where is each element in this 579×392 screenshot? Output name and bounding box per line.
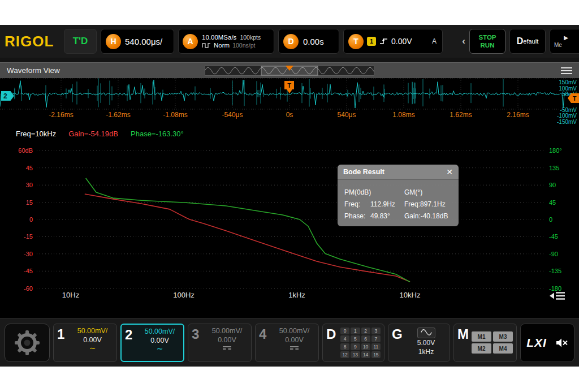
waveform-menu-icon[interactable] xyxy=(561,67,572,76)
channel4-tile[interactable]: 4 50.00mV/ 0.00V xyxy=(255,324,319,362)
channel1-scale: 50.00mV/ xyxy=(77,326,108,335)
pm-freq-label: Freq: xyxy=(344,200,370,208)
nav-prev-chevron[interactable]: ‹ xyxy=(462,36,465,47)
collapse-panel-icon[interactable] xyxy=(550,291,565,301)
channel3-scale: 50.00mV/ xyxy=(212,326,243,335)
horizontal-position-indicator[interactable] xyxy=(205,66,374,76)
freq-axis-label: 10Hz xyxy=(62,291,79,299)
gain-axis-label: 45 xyxy=(7,165,33,171)
gain-axis-label: 60dB xyxy=(7,147,33,154)
dc-coupling-icon xyxy=(223,346,231,351)
horizontal-timebase-button[interactable]: H 540.00μs/ xyxy=(101,29,174,54)
digital-bit: 15 xyxy=(371,351,381,358)
math-tile[interactable]: M M1 M3 M2 M4 xyxy=(453,324,517,362)
square-wave-icon xyxy=(202,42,211,49)
channel3-tile[interactable]: 3 50.00mV/ 0.00V xyxy=(188,324,252,362)
gain-axis-label: -30 xyxy=(7,251,33,257)
phase-axis-label: 90 xyxy=(549,182,556,188)
bode-result-popup[interactable]: Bode Result ✕ PM(0dB) GM(°) Freq:112.9Hz… xyxy=(338,165,459,226)
bode-result-titlebar[interactable]: Bode Result ✕ xyxy=(338,165,459,180)
generator-frequency: 1kHz xyxy=(418,347,434,356)
pm-phase-value: 49.83° xyxy=(370,212,390,220)
digital-bit: 11 xyxy=(371,343,381,350)
digital-bit: 0 xyxy=(340,328,349,334)
pm-freq-value: 112.9Hz xyxy=(370,200,395,208)
digital-label: D xyxy=(326,326,338,359)
rising-edge-icon xyxy=(379,37,388,45)
math1-button[interactable]: M1 xyxy=(472,331,491,342)
digital-bit: 10 xyxy=(361,343,370,350)
math-label: M xyxy=(457,326,469,359)
ac-coupling-icon: ∼ xyxy=(157,345,163,352)
digital-channels-tile[interactable]: D 0 1 2 3 4 5 6 7 8 9 10 11 12 13 14 15 xyxy=(322,324,384,362)
delay-button[interactable]: D 0.00s xyxy=(278,29,339,54)
channel1-tile[interactable]: 1 50.00mV/ 0.00V ∼ xyxy=(53,324,117,362)
close-icon[interactable]: ✕ xyxy=(446,167,453,176)
trigger-status-badge: T'D xyxy=(64,29,97,54)
digital-bit: 7 xyxy=(371,335,381,342)
generator-label: G xyxy=(392,326,403,359)
default-rest: efault xyxy=(523,38,538,45)
delay-icon: D xyxy=(283,34,299,49)
gm-freq: Freq:897.1Hz xyxy=(404,200,452,208)
memory-depth: 100kpts xyxy=(240,33,261,41)
time-label: -1.08ms xyxy=(163,111,187,119)
run-label: RUN xyxy=(481,42,495,49)
digital-bit: 4 xyxy=(340,335,349,342)
readout-freq: Freq=10kHz xyxy=(16,130,56,138)
default-initial: D xyxy=(517,36,524,46)
trigger-level: 0.00V xyxy=(391,37,412,46)
rigol-gear-button[interactable] xyxy=(5,324,50,362)
gm-gain: Gain:-40.18dB xyxy=(404,212,452,220)
generator-amplitude: 5.00V xyxy=(417,338,435,347)
time-label: 2.16ms xyxy=(507,111,529,119)
oscilloscope-screen: RIGOL T'D H 540.00μs/ A 10.00MSa/s 100kp… xyxy=(0,25,579,367)
bode-plot-area: Freq=10kHz Gain=-54.19dB Phase=-163.30° … xyxy=(0,121,579,318)
bode-readout: Freq=10kHz Gain=-54.19dB Phase=-163.30° xyxy=(16,130,184,138)
gain-axis-label: -15 xyxy=(7,233,33,240)
time-label: -2.16ms xyxy=(49,111,73,119)
pm-phase-label: Phase: xyxy=(344,212,370,220)
menu-label: Me xyxy=(554,42,562,48)
default-button[interactable]: Default xyxy=(509,29,546,54)
timebase-value: 540.00μs/ xyxy=(125,37,162,46)
digital-bit: 1 xyxy=(351,328,360,334)
lxi-logo: LXI xyxy=(526,336,547,350)
generator-tile[interactable]: G 5.00V 1kHz xyxy=(388,324,450,362)
digital-bit: 8 xyxy=(340,343,349,350)
phase-axis-label: 0 xyxy=(549,216,552,223)
menu-flyout-button[interactable]: ▶ Me xyxy=(550,29,579,54)
acquire-button[interactable]: A 10.00MSa/s 100kpts Norm 100ns/pt xyxy=(178,29,274,54)
time-label: -1.62ms xyxy=(106,111,130,119)
channel2-tile[interactable]: 2 50.00mV/ 0.00V ∼ xyxy=(120,324,184,362)
trigger-position-marker[interactable]: T xyxy=(284,81,294,89)
acquire-icon: A xyxy=(183,34,198,49)
stop-run-button[interactable]: STOP RUN xyxy=(469,29,505,54)
lxi-status-tile[interactable]: LXI xyxy=(520,324,574,362)
acquire-mode: Norm xyxy=(214,41,230,49)
scale-label: -150mV xyxy=(557,119,577,126)
channel1-number: 1 xyxy=(57,326,70,359)
math3-button[interactable]: M3 xyxy=(493,331,513,342)
waveform-strip[interactable]: 2 T T xyxy=(0,78,579,110)
stop-label: STOP xyxy=(478,34,496,41)
digital-channel-grid: 0 1 2 3 4 5 6 7 8 9 10 11 12 13 14 15 xyxy=(340,326,381,359)
pm-header: PM(0dB) xyxy=(344,188,404,196)
speaker-muted-icon[interactable] xyxy=(556,338,568,348)
channel4-scale: 50.00mV/ xyxy=(279,326,310,335)
channel2-number: 2 xyxy=(125,327,137,359)
gear-icon xyxy=(12,330,42,356)
digital-bit: 9 xyxy=(351,343,360,350)
digital-bit: 6 xyxy=(361,335,370,342)
digital-bit: 12 xyxy=(340,351,349,358)
phase-axis-label: -90 xyxy=(549,251,558,257)
acquire-info: 10.00MSa/s 100kpts Norm 100ns/pt xyxy=(202,33,261,49)
waveform-view-title: Waveform View xyxy=(7,66,60,75)
math4-button[interactable]: M4 xyxy=(493,343,513,354)
dc-coupling-icon xyxy=(290,346,299,351)
gain-axis-label: 15 xyxy=(7,199,33,206)
trigger-button[interactable]: T 1 0.00V A xyxy=(343,29,443,54)
math2-button[interactable]: M2 xyxy=(472,343,491,354)
trigger-coupling: A xyxy=(432,37,438,45)
channel4-number: 4 xyxy=(259,326,271,359)
